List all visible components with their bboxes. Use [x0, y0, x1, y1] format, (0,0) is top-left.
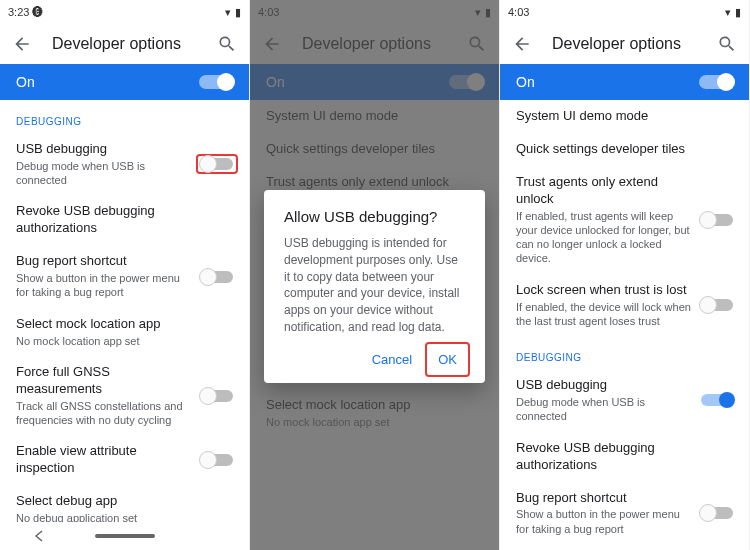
battery-icon: ▮: [735, 6, 741, 19]
setting-subtitle: Debug mode when USB is connected: [16, 159, 191, 188]
setting-row[interactable]: Select mock location appNo mock location…: [0, 308, 249, 356]
setting-subtitle: If enabled, trust agents will keep your …: [516, 209, 691, 266]
section-debugging: DEBUGGING: [500, 336, 749, 369]
setting-row[interactable]: System UI demo mode: [500, 100, 749, 133]
setting-title: Select debug app: [16, 493, 233, 510]
master-toggle[interactable]: [199, 75, 233, 89]
master-toggle[interactable]: [699, 75, 733, 89]
setting-row[interactable]: Enable view attribute inspection: [0, 435, 249, 485]
wifi-icon: ▾: [725, 6, 731, 19]
time: 4:03: [508, 6, 529, 18]
setting-title: Enable view attribute inspection: [16, 443, 191, 477]
setting-subtitle: No mock location app set: [16, 334, 233, 348]
search-icon[interactable]: [717, 34, 737, 54]
dialog-title: Allow USB debugging?: [284, 208, 465, 225]
toggle-switch[interactable]: [201, 390, 233, 402]
section-debugging: DEBUGGING: [0, 100, 249, 133]
status-bar: 4:03 ▾▮: [500, 0, 749, 24]
nav-home[interactable]: [95, 534, 155, 538]
master-toggle-row[interactable]: On: [0, 64, 249, 100]
setting-title: Select mock location app: [16, 316, 233, 333]
battery-icon: ▮: [235, 6, 241, 19]
cancel-button[interactable]: Cancel: [364, 346, 420, 373]
dialog-actions: Cancel OK: [284, 346, 465, 373]
settings-list-bottom: USB debuggingDebug mode when USB is conn…: [500, 369, 749, 550]
setting-subtitle: Show a button in the power menu for taki…: [516, 507, 691, 536]
setting-subtitle: If enabled, the device will lock when th…: [516, 300, 691, 329]
setting-title: System UI demo mode: [516, 108, 733, 125]
setting-row[interactable]: Lock screen when trust is lostIf enabled…: [500, 274, 749, 336]
setting-row[interactable]: USB debuggingDebug mode when USB is conn…: [0, 133, 249, 195]
setting-title: Revoke USB debugging authorizations: [16, 203, 233, 237]
setting-title: USB debugging: [516, 377, 691, 394]
toggle-switch[interactable]: [201, 158, 233, 170]
setting-row[interactable]: Bug report shortcutShow a button in the …: [500, 482, 749, 544]
nav-back-icon[interactable]: [33, 530, 45, 542]
setting-row[interactable]: Trust agents only extend unlockIf enable…: [500, 166, 749, 274]
setting-row[interactable]: USB debuggingDebug mode when USB is conn…: [500, 369, 749, 431]
setting-row[interactable]: Revoke USB debugging authorizations: [500, 432, 749, 482]
screen-2-dialog: 4:03 ▾▮ Developer options On System UI d…: [250, 0, 500, 550]
toggle-switch[interactable]: [701, 507, 733, 519]
page-title: Developer options: [552, 35, 697, 53]
toggle-switch[interactable]: [201, 271, 233, 283]
toggle-switch[interactable]: [701, 394, 733, 406]
setting-subtitle: Track all GNSS constellations and freque…: [16, 399, 191, 428]
toggle-switch[interactable]: [701, 214, 733, 226]
setting-title: Lock screen when trust is lost: [516, 282, 691, 299]
ok-button[interactable]: OK: [430, 346, 465, 373]
time: 3:23: [8, 6, 29, 18]
setting-title: Revoke USB debugging authorizations: [516, 440, 733, 474]
master-toggle-row[interactable]: On: [500, 64, 749, 100]
setting-row[interactable]: Quick settings developer tiles: [500, 133, 749, 166]
nav-bar: [0, 522, 249, 550]
usb-debugging-dialog: Allow USB debugging? USB debugging is in…: [264, 190, 485, 383]
screen-3-usb-enabled: 4:03 ▾▮ Developer options On System UI d…: [500, 0, 750, 550]
page-title: Developer options: [52, 35, 197, 53]
back-icon[interactable]: [512, 34, 532, 54]
status-bar: 3:23 🅖 ▾▮: [0, 0, 249, 24]
setting-subtitle: Debug mode when USB is connected: [516, 395, 691, 424]
app-bar: Developer options: [500, 24, 749, 64]
app-bar: Developer options: [0, 24, 249, 64]
setting-row[interactable]: Bug report shortcutShow a button in the …: [0, 245, 249, 307]
toggle-switch[interactable]: [701, 299, 733, 311]
back-icon[interactable]: [12, 34, 32, 54]
settings-list: USB debuggingDebug mode when USB is conn…: [0, 133, 249, 550]
on-label: On: [516, 74, 535, 90]
search-icon[interactable]: [217, 34, 237, 54]
settings-list-top: System UI demo modeQuick settings develo…: [500, 100, 749, 336]
setting-row[interactable]: Revoke USB debugging authorizations: [0, 195, 249, 245]
on-label: On: [16, 74, 35, 90]
setting-row[interactable]: Force full GNSS measurementsTrack all GN…: [0, 356, 249, 435]
screen-1-developer-options: 3:23 🅖 ▾▮ Developer options On DEBUGGING…: [0, 0, 250, 550]
toggle-switch[interactable]: [201, 454, 233, 466]
setting-title: Quick settings developer tiles: [516, 141, 733, 158]
setting-row[interactable]: Select mock location appNo mock location…: [500, 544, 749, 550]
setting-title: Trust agents only extend unlock: [516, 174, 691, 208]
g-icon: 🅖: [32, 6, 43, 18]
wifi-icon: ▾: [225, 6, 231, 19]
setting-title: Force full GNSS measurements: [16, 364, 191, 398]
dialog-body: USB debugging is intended for developmen…: [284, 235, 465, 336]
setting-subtitle: Show a button in the power menu for taki…: [16, 271, 191, 300]
setting-title: USB debugging: [16, 141, 191, 158]
setting-title: Bug report shortcut: [16, 253, 191, 270]
setting-title: Bug report shortcut: [516, 490, 691, 507]
